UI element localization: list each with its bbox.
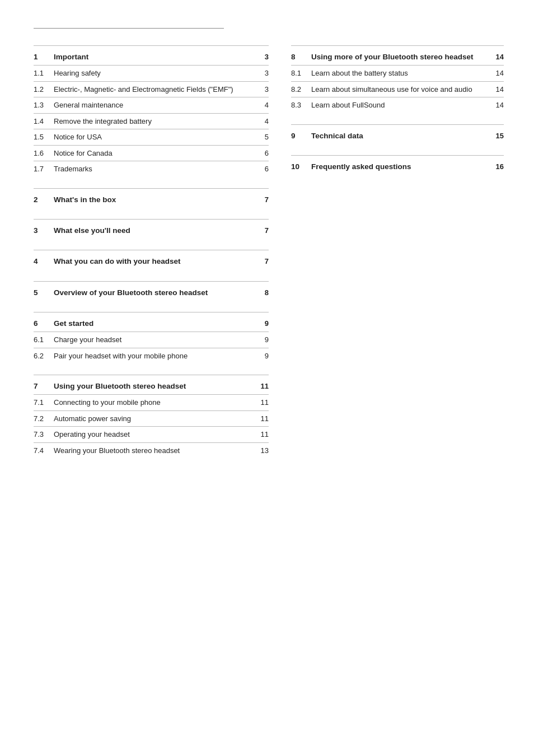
toc-section-title-9: Technical data: [311, 130, 490, 142]
toc-sub-page-8-2: 14: [490, 84, 504, 95]
toc-sub-number-1-6: 1.6: [34, 148, 54, 159]
toc-sub-page-7-2: 11: [255, 413, 269, 424]
toc-section-page-6: 9: [255, 318, 269, 329]
section-divider-8: [291, 45, 504, 46]
toc-sub-number-7-1: 7.1: [34, 397, 54, 408]
toc-left-column: 1Important31.1Hearing safety31.2Electric…: [34, 44, 269, 469]
section-6: 6Get started96.1Charge your headset96.2P…: [34, 312, 269, 371]
section-10: 10Frequently asked questions16: [291, 155, 504, 183]
toc-layout: 1Important31.1Hearing safety31.2Electric…: [34, 44, 500, 469]
toc-sub-title-8-3: Learn about FullSound: [311, 100, 490, 111]
toc-section-page-4: 7: [255, 256, 269, 267]
toc-section-title-5: Overview of your Bluetooth stereo headse…: [54, 287, 255, 298]
toc-section-title-4: What you can do with your headset: [54, 256, 255, 267]
toc-sub-row-1-7: 1.7Trademarks6: [34, 162, 269, 176]
toc-section-number-9: 9: [291, 130, 311, 142]
toc-section-title-7: Using your Bluetooth stereo headset: [54, 381, 255, 392]
sub-divider-1-1: [34, 65, 269, 66]
toc-sub-page-8-1: 14: [490, 68, 504, 79]
toc-section-number-8: 8: [291, 52, 311, 63]
sub-divider-1-2: [34, 81, 269, 82]
toc-sub-row-1-3: 1.3General maintenance4: [34, 99, 269, 112]
section-9: 9Technical data15: [291, 124, 504, 152]
section-divider-6: [34, 312, 269, 312]
toc-section-page-1: 3: [255, 52, 269, 63]
toc-sub-number-6-2: 6.2: [34, 351, 54, 362]
section-7: 7Using your Bluetooth stereo headset117.…: [34, 375, 269, 466]
toc-sub-page-1-1: 3: [255, 68, 269, 79]
section-divider-7: [34, 375, 269, 375]
toc-sub-page-7-1: 11: [255, 397, 269, 408]
toc-sub-row-1-2: 1.2Electric-, Magnetic- and Electromagne…: [34, 83, 269, 96]
toc-main-row-4: 4What you can do with your headset7: [34, 251, 269, 268]
toc-main-row-6: 6Get started9: [34, 314, 269, 330]
toc-section-number-6: 6: [34, 318, 54, 329]
toc-sub-row-7-3: 7.3Operating your headset11: [34, 428, 269, 441]
toc-sub-row-6-2: 6.2Pair your headset with your mobile ph…: [34, 349, 269, 363]
toc-sub-row-1-5: 1.5Notice for USA5: [34, 130, 269, 144]
toc-main-row-7: 7Using your Bluetooth stereo headset11: [34, 376, 269, 393]
toc-section-number-1: 1: [34, 52, 54, 63]
toc-sub-title-1-6: Notice for Canada: [54, 148, 255, 159]
toc-sub-page-1-7: 6: [255, 164, 269, 175]
toc-main-row-2: 2What's in the box7: [34, 190, 269, 207]
toc-sub-page-7-3: 11: [255, 429, 269, 440]
section-divider-10: [291, 155, 504, 156]
toc-main-row-3: 3What else you'll need7: [34, 221, 269, 237]
section-divider-1: [34, 45, 269, 46]
toc-sub-row-7-4: 7.4Wearing your Bluetooth stereo headset…: [34, 444, 269, 458]
toc-section-title-1: Important: [54, 52, 255, 63]
sub-divider-1-6: [34, 145, 269, 146]
toc-sub-page-1-6: 6: [255, 148, 269, 159]
toc-section-number-4: 4: [34, 256, 54, 267]
toc-sub-title-1-4: Remove the integrated battery: [54, 116, 255, 127]
toc-sub-row-6-1: 6.1Charge your headset9: [34, 333, 269, 347]
section-divider-9: [291, 124, 504, 125]
toc-sub-title-1-5: Notice for USA: [54, 132, 255, 143]
toc-sub-number-1-5: 1.5: [34, 132, 54, 143]
section-divider-2: [34, 188, 269, 189]
toc-sub-number-8-3: 8.3: [291, 100, 311, 111]
sub-divider-8-2: [291, 81, 504, 82]
toc-section-number-7: 7: [34, 381, 54, 392]
toc-sub-number-1-7: 1.7: [34, 164, 54, 175]
toc-sub-title-7-3: Operating your headset: [54, 429, 255, 440]
toc-sub-row-1-1: 1.1Hearing safety3: [34, 67, 269, 80]
toc-main-row-8: 8Using more of your Bluetooth stereo hea…: [291, 47, 504, 64]
toc-main-row-10: 10Frequently asked questions16: [291, 157, 504, 174]
toc-sub-page-1-2: 3: [255, 84, 269, 95]
toc-right-column: 8Using more of your Bluetooth stereo hea…: [291, 44, 504, 186]
toc-sub-row-8-1: 8.1Learn about the battery status14: [291, 67, 504, 80]
toc-sub-row-7-1: 7.1Connecting to your mobile phone11: [34, 396, 269, 409]
toc-sub-page-7-4: 13: [255, 445, 269, 456]
toc-section-page-8: 14: [490, 52, 504, 63]
toc-section-page-2: 7: [255, 194, 269, 206]
toc-sub-title-8-1: Learn about the battery status: [311, 68, 490, 79]
sub-divider-8-3: [291, 97, 504, 97]
toc-sub-title-8-2: Learn about simultaneous use for voice a…: [311, 84, 490, 95]
section-3: 3What else you'll need7: [34, 219, 269, 246]
sub-divider-7-3: [34, 426, 269, 427]
toc-sub-page-1-5: 5: [255, 132, 269, 143]
toc-sub-number-6-1: 6.1: [34, 334, 54, 346]
toc-sub-number-1-2: 1.2: [34, 84, 54, 95]
toc-sub-title-7-1: Connecting to your mobile phone: [54, 397, 255, 408]
toc-sub-title-7-4: Wearing your Bluetooth stereo headset: [54, 445, 255, 456]
toc-sub-page-8-3: 14: [490, 100, 504, 111]
toc-section-page-9: 15: [490, 130, 504, 142]
toc-section-title-2: What's in the box: [54, 194, 255, 206]
section-5: 5Overview of your Bluetooth stereo heads…: [34, 281, 269, 309]
toc-sub-number-7-3: 7.3: [34, 429, 54, 440]
toc-main-row-5: 5Overview of your Bluetooth stereo heads…: [34, 283, 269, 300]
toc-main-row-1: 1Important3: [34, 47, 269, 64]
toc-sub-title-6-1: Charge your headset: [54, 334, 255, 346]
toc-sub-title-1-1: Hearing safety: [54, 68, 255, 79]
toc-sub-row-8-3: 8.3Learn about FullSound14: [291, 99, 504, 112]
toc-sub-number-8-1: 8.1: [291, 68, 311, 79]
toc-sub-page-6-1: 9: [255, 334, 269, 346]
toc-sub-number-7-2: 7.2: [34, 413, 54, 424]
toc-sub-number-8-2: 8.2: [291, 84, 311, 95]
toc-sub-number-1-3: 1.3: [34, 100, 54, 111]
toc-sub-title-7-2: Automatic power saving: [54, 413, 255, 424]
sub-divider-6-1: [34, 332, 269, 332]
